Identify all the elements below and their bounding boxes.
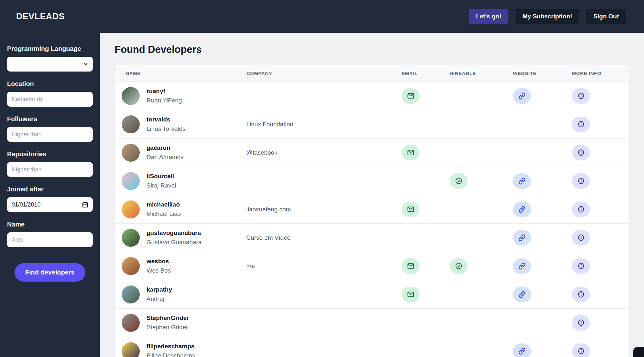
website-button[interactable] <box>513 343 531 357</box>
name-cell: karpathy Andrej <box>122 285 246 304</box>
location-label: Location <box>7 80 93 88</box>
more-info-button[interactable] <box>572 202 590 217</box>
more-info-button[interactable] <box>572 315 590 331</box>
column-header-name: Name <box>122 71 246 76</box>
check-circle-icon <box>455 262 463 270</box>
table-row: gaearon Dan Abramov @facebook <box>115 139 629 167</box>
more-info-button[interactable] <box>572 343 590 357</box>
table-row: gustavoguanabara Gustavo Guanabara Curso… <box>115 224 629 252</box>
info-icon <box>577 149 585 157</box>
name-cell: ruanyf Ruan YiFeng <box>122 87 246 105</box>
link-icon <box>518 234 526 242</box>
page-title: Found Developers <box>115 44 629 55</box>
more-info-button[interactable] <box>572 145 590 160</box>
avatar <box>122 285 140 304</box>
avatar <box>122 314 140 332</box>
column-header-company: Company <box>246 71 402 76</box>
developer-fullname: Linus Torvalds <box>147 125 185 132</box>
table-row: torvalds Linus Torvalds Linux Foundation <box>115 110 629 139</box>
table-row: StephenGrider Stephen Grider <box>115 309 629 337</box>
info-icon <box>577 319 585 327</box>
email-button[interactable] <box>402 145 420 160</box>
company-cell: @facebook <box>246 149 402 156</box>
info-icon <box>577 120 585 128</box>
find-developers-button[interactable]: Find developers <box>14 263 85 282</box>
developer-username: gustavoguanabara <box>147 229 202 236</box>
joined-after-group: Joined after <box>7 186 93 212</box>
developer-username: michaelliao <box>147 201 181 208</box>
website-button[interactable] <box>513 258 531 274</box>
developer-fullname: Michael Liao <box>147 210 181 217</box>
main-content: Found Developers Name Company Email Hire… <box>100 33 644 357</box>
navbar: DEVLEADS Let's go! My Subscription! Sign… <box>0 0 644 33</box>
developer-fullname: Wes Bos <box>147 267 171 274</box>
more-info-button[interactable] <box>572 173 590 189</box>
link-icon <box>518 262 526 270</box>
more-info-button[interactable] <box>572 258 590 274</box>
info-icon <box>577 177 585 185</box>
company-cell: Curso em Vídeo <box>246 234 402 241</box>
more-info-button[interactable] <box>572 117 590 132</box>
avatar <box>122 115 140 133</box>
developer-fullname: Ruan YiFeng <box>147 97 182 104</box>
info-icon <box>577 262 585 270</box>
website-button[interactable] <box>513 202 531 217</box>
corner-widget[interactable] <box>633 347 644 357</box>
filters-sidebar: Programming Language Location Followers … <box>0 33 100 357</box>
location-input[interactable] <box>7 92 93 107</box>
repositories-input[interactable] <box>7 162 93 177</box>
my-subscription-button[interactable]: My Subscription! <box>516 9 579 24</box>
website-button[interactable] <box>513 88 531 104</box>
link-icon <box>518 92 526 100</box>
followers-input[interactable] <box>7 127 93 142</box>
website-button[interactable] <box>513 287 531 302</box>
avatar <box>122 87 140 105</box>
website-button[interactable] <box>513 173 531 189</box>
column-header-email: Email <box>402 71 450 76</box>
email-button[interactable] <box>402 88 420 104</box>
column-header-hireable: Hireable <box>450 71 513 76</box>
name-cell: StephenGrider Stephen Grider <box>122 314 246 332</box>
name-cell: llSourcell Siraj Raval <box>122 172 246 190</box>
followers-label: Followers <box>7 115 93 123</box>
email-button[interactable] <box>402 202 420 217</box>
developer-username: torvalds <box>147 116 185 123</box>
info-icon <box>577 205 585 213</box>
followers-group: Followers <box>7 115 93 142</box>
avatar <box>122 342 140 357</box>
developer-fullname: Dan Abramov <box>147 154 184 161</box>
name-cell: gaearon Dan Abramov <box>122 144 246 162</box>
developer-username: gaearon <box>147 144 184 151</box>
column-header-more-info: More info <box>572 71 629 76</box>
name-input[interactable] <box>7 232 93 247</box>
developer-fullname: Filipe Deschamps <box>147 352 195 357</box>
link-icon <box>518 347 526 355</box>
info-icon <box>577 234 585 242</box>
developers-table: Name Company Email Hireable Website More… <box>115 65 629 357</box>
developer-fullname: Andrej <box>147 295 172 303</box>
name-cell: wesbos Wes Bos <box>122 257 246 275</box>
lets-go-button[interactable]: Let's go! <box>469 9 508 24</box>
more-info-button[interactable] <box>572 287 590 302</box>
hireable-badge <box>450 258 468 274</box>
avatar <box>122 200 140 218</box>
hireable-badge <box>450 173 468 189</box>
mail-icon <box>407 290 415 298</box>
email-button[interactable] <box>402 258 420 274</box>
email-button[interactable] <box>402 287 420 302</box>
table-row: karpathy Andrej <box>115 280 629 309</box>
sign-out-button[interactable]: Sign Out <box>586 9 626 24</box>
avatar <box>122 172 140 190</box>
more-info-button[interactable] <box>572 88 590 104</box>
website-button[interactable] <box>513 230 531 246</box>
info-icon <box>577 92 585 100</box>
company-cell: Linux Foundation <box>246 121 402 128</box>
joined-after-date-input[interactable] <box>7 197 93 212</box>
check-circle-icon <box>455 177 463 185</box>
more-info-button[interactable] <box>572 230 590 246</box>
link-icon <box>518 206 526 213</box>
app-logo: DEVLEADS <box>16 12 65 22</box>
programming-language-select[interactable] <box>7 57 93 72</box>
mail-icon <box>407 262 415 270</box>
name-cell: torvalds Linus Torvalds <box>122 115 246 133</box>
